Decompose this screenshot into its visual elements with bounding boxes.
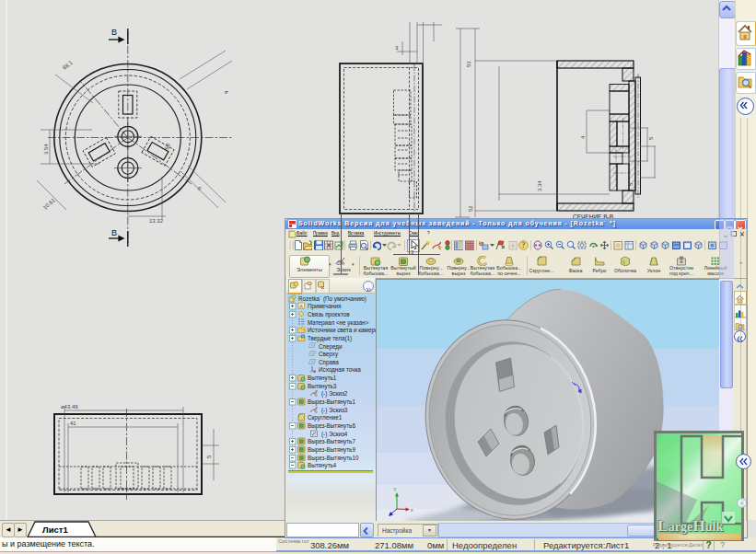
svg-text:5: 5 — [648, 136, 654, 140]
svg-text:B: B — [111, 228, 117, 237]
svg-text:Y: Y — [393, 487, 397, 492]
svg-text:5: 5 — [206, 455, 212, 458]
svg-text:⌀43.49: ⌀43.49 — [61, 404, 78, 410]
svg-text:4: 4 — [580, 135, 586, 139]
svg-text:68.1: 68.1 — [62, 59, 74, 70]
svg-text:4: 4 — [223, 89, 229, 96]
svg-text:13.32: 13.32 — [149, 218, 164, 224]
svg-text:52: 52 — [468, 205, 473, 212]
svg-text:3: 3 — [395, 45, 399, 51]
svg-text:58: 58 — [164, 143, 171, 151]
svg-text:53: 53 — [466, 61, 471, 67]
svg-text:2: 2 — [315, 390, 317, 394]
svg-text:10.61: 10.61 — [42, 197, 57, 211]
svg-text:x: x — [411, 507, 413, 513]
svg-text:Лист1: Лист1 — [42, 525, 68, 535]
svg-text:?: ? — [521, 241, 525, 249]
svg-text:A: A — [299, 304, 303, 309]
svg-text:B: B — [111, 28, 117, 37]
svg-text:3.54: 3.54 — [43, 144, 49, 155]
svg-text:3.34: 3.34 — [537, 180, 542, 191]
svg-text:2: 2 — [315, 406, 317, 410]
svg-text:41: 41 — [70, 421, 76, 426]
svg-text:6: 6 — [196, 185, 203, 191]
